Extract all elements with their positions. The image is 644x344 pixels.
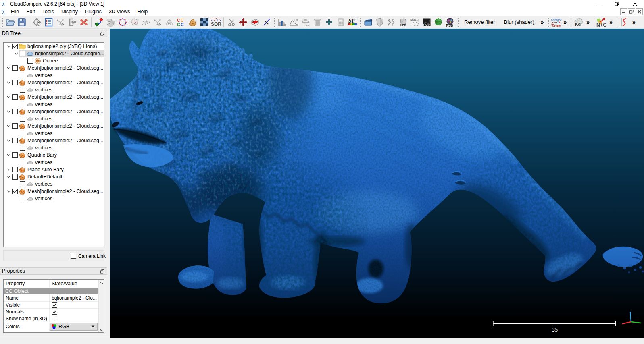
delete-sf-icon[interactable] xyxy=(311,17,323,28)
apply-transformation-icon[interactable] xyxy=(66,17,78,28)
tree-item-mesh-bqlionsimple2-cloud-seg[interactable]: Mesh[bqlionsimple2 - Cloud.seg... xyxy=(4,64,104,72)
tree-item-checkbox[interactable] xyxy=(19,130,26,137)
chevron-down-icon[interactable] xyxy=(5,43,12,50)
tree-item-vertices[interactable]: vertices xyxy=(4,180,104,188)
camera-link-checkbox[interactable] xyxy=(71,253,76,260)
menu-help[interactable]: Help xyxy=(133,8,151,16)
mdi-restore-button[interactable] xyxy=(628,8,635,15)
tree-item-mesh-bqlionsimple2-cloud-seg[interactable]: Mesh[bqlionsimple2 - Cloud.seg... xyxy=(4,188,104,195)
pick-rotation-center-icon[interactable] xyxy=(31,17,43,28)
add-sf-icon[interactable] xyxy=(323,17,335,28)
tree-item-checkbox[interactable] xyxy=(19,145,26,151)
chevron-down-icon[interactable] xyxy=(5,94,12,100)
menu-edit[interactable]: Edit xyxy=(23,8,39,16)
resample-icon[interactable] xyxy=(152,17,163,28)
tree-item-checkbox[interactable] xyxy=(12,166,18,173)
sor-filter-icon[interactable]: SOR xyxy=(210,17,222,28)
db-tree-float-icon[interactable] xyxy=(100,31,104,37)
toolbar-drag-handle[interactable] xyxy=(273,17,275,27)
chevron-down-icon[interactable] xyxy=(5,152,12,158)
noise-filter-icon[interactable] xyxy=(198,17,210,28)
segment-scissors-icon[interactable] xyxy=(225,17,237,28)
tree-item-mesh-bqlionsimple2-cloud-seg[interactable]: Mesh[bqlionsimple2 - Cloud.seg... xyxy=(4,93,104,101)
compute-mesh-icon[interactable] xyxy=(187,17,198,28)
cloud-cloud-distance-icon[interactable]: CCCC xyxy=(175,17,187,28)
merge-clouds-icon[interactable] xyxy=(105,17,117,28)
chevron-down-icon[interactable] xyxy=(5,137,12,144)
mesh-sampling-icon[interactable] xyxy=(163,17,175,28)
window-restore-button[interactable] xyxy=(608,0,626,8)
window-minimize-button[interactable] xyxy=(590,0,608,8)
tree-item-checkbox[interactable] xyxy=(12,108,18,115)
translate-rotate-icon[interactable] xyxy=(237,17,249,28)
mdi-minimize-button[interactable] xyxy=(620,8,627,15)
fit-distribution-icon[interactable]: μ,σ xyxy=(288,17,300,28)
properties-scrollbar[interactable] xyxy=(98,280,104,332)
facets-plugin-icon[interactable] xyxy=(432,17,444,28)
toolbar-overflow-icon[interactable]: » xyxy=(630,19,638,25)
window-close-button[interactable] xyxy=(626,0,644,8)
pcv-plugin-icon[interactable]: PCV xyxy=(421,17,432,28)
tree-item-default-default[interactable]: Default+Default xyxy=(4,173,104,180)
blur-shader-button[interactable]: Blur (shader) xyxy=(500,17,539,27)
toolbar-overflow-icon[interactable]: » xyxy=(539,19,546,25)
3d-viewport[interactable]: 35 xyxy=(110,29,644,338)
tree-item-quadric-bary[interactable]: Quadric Bary xyxy=(4,151,104,159)
canupo-plugin-icon[interactable]: CANUPOCreate xyxy=(550,17,562,28)
animation-plugin-icon[interactable] xyxy=(362,17,374,28)
histogram-icon[interactable] xyxy=(276,17,288,28)
remove-filter-button[interactable]: Remove filter xyxy=(460,17,500,27)
property-checkbox[interactable] xyxy=(52,302,57,308)
toolbar-drag-handle[interactable] xyxy=(616,17,618,27)
kd-tree-plugin-icon[interactable]: Kd xyxy=(573,17,584,28)
tree-item-checkbox[interactable] xyxy=(12,174,18,180)
tree-item-checkbox[interactable] xyxy=(19,195,26,202)
property-checkbox[interactable] xyxy=(52,316,57,321)
sf-arithmetic-icon[interactable] xyxy=(335,17,346,28)
min-max-icon[interactable]: minmax xyxy=(300,17,311,28)
tree-item-checkbox[interactable] xyxy=(19,116,26,122)
subsample-icon[interactable] xyxy=(117,17,128,28)
normals-plugin-icon[interactable]: N+C xyxy=(596,17,607,28)
toolbar-drag-handle[interactable] xyxy=(457,17,459,27)
open-file-icon[interactable] xyxy=(4,17,16,28)
properties-float-icon[interactable] xyxy=(100,269,104,275)
tree-item-checkbox[interactable] xyxy=(19,72,26,79)
tree-item-mesh-bqlionsimple2-cloud-seg[interactable]: Mesh[bqlionsimple2 - Cloud.seg... xyxy=(4,108,104,115)
spline-plugin-icon[interactable] xyxy=(619,17,630,28)
tree-item-checkbox[interactable] xyxy=(12,65,18,71)
tree-item-checkbox[interactable] xyxy=(12,188,18,195)
toolbar-overflow-icon[interactable]: » xyxy=(607,19,615,25)
display-options-icon[interactable] xyxy=(43,17,54,28)
point-pair-align-icon[interactable] xyxy=(261,17,272,28)
hpr-plugin-icon[interactable]: HPR xyxy=(397,17,409,28)
menu-display[interactable]: Display xyxy=(58,8,81,16)
tree-item-checkbox[interactable] xyxy=(12,152,18,158)
clone-icon[interactable] xyxy=(93,17,105,28)
chevron-down-icon[interactable] xyxy=(5,79,12,86)
chevron-down-icon[interactable] xyxy=(5,174,12,180)
cross-section-icon[interactable] xyxy=(249,17,261,28)
connected-components-icon[interactable] xyxy=(140,17,152,28)
delete-icon[interactable] xyxy=(78,17,90,28)
m3c2-plugin-icon[interactable]: M3C2 xyxy=(409,17,421,28)
tree-item-vertices[interactable]: vertices xyxy=(4,86,104,93)
tree-item-vertices[interactable]: vertices xyxy=(4,144,104,151)
tree-item-bqlionsimple2-ply-j-bq-lions[interactable]: bqlionsimple2.ply (J:/BQ Lions) xyxy=(4,43,104,50)
tree-item-mesh-bqlionsimple2-cloud-seg[interactable]: Mesh[bqlionsimple2 - Cloud.seg... xyxy=(4,79,104,86)
tree-item-checkbox[interactable] xyxy=(12,79,18,86)
chevron-right-icon[interactable] xyxy=(5,166,12,173)
tree-item-checkbox[interactable] xyxy=(19,87,26,93)
toolbar-drag-handle[interactable] xyxy=(593,17,595,27)
tree-item-vertices[interactable]: vertices xyxy=(4,195,104,202)
toolbar-drag-handle[interactable] xyxy=(547,17,549,27)
shade-plugin-icon[interactable] xyxy=(374,17,386,28)
toolbar-drag-handle[interactable] xyxy=(570,17,572,27)
chevron-down-icon[interactable] xyxy=(13,50,19,57)
chevron-down-icon[interactable] xyxy=(5,65,12,71)
tree-item-checkbox[interactable] xyxy=(19,181,26,187)
menu-file[interactable]: File xyxy=(7,8,23,16)
sf-color-scale-icon[interactable]: SF xyxy=(346,17,358,28)
tree-item-checkbox[interactable] xyxy=(12,94,18,100)
tree-item-checkbox[interactable] xyxy=(12,123,18,129)
